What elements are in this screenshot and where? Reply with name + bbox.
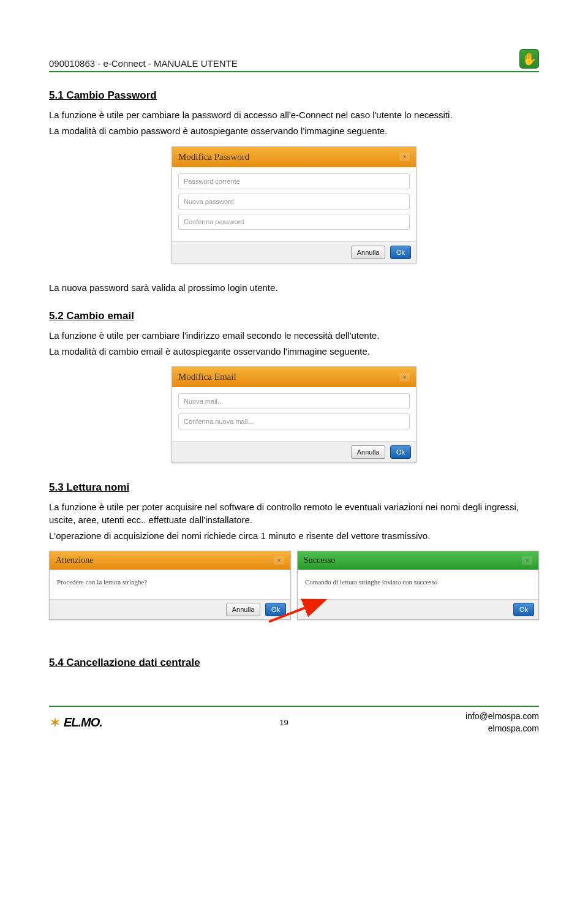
current-password-input[interactable]: [178, 173, 410, 189]
ok-button[interactable]: Ok: [390, 246, 411, 259]
close-icon[interactable]: ×: [399, 153, 410, 161]
dialog-titlebar: Modifica Password ×: [172, 147, 416, 167]
section-5-2-p2: La modalità di cambio email è autospiega…: [49, 345, 539, 358]
section-5-3-heading: 5.3 Lettura nomi: [49, 481, 539, 494]
footer-email: info@elmospa.com: [466, 711, 539, 723]
cancel-button[interactable]: Annulla: [351, 246, 386, 259]
dialog-modifica-email: Modifica Email × Annulla Ok: [172, 366, 417, 463]
cancel-button[interactable]: Annulla: [351, 445, 386, 459]
close-icon[interactable]: ×: [522, 556, 532, 565]
page-number: 19: [279, 718, 288, 727]
section-5-2-heading: 5.2 Cambio email: [49, 310, 539, 322]
elmo-logo: ✶ EL.MO.: [49, 714, 102, 731]
confirm-email-input[interactable]: [178, 413, 410, 429]
dialog-modifica-password: Modifica Password × Annulla Ok: [172, 146, 417, 263]
section-5-1-p1: La funzione è utile per cambiare la pass…: [49, 109, 539, 121]
page-header: 090010863 - e-Connect - MANUALE UTENTE ✋: [49, 49, 539, 72]
hand-icon: ✋: [519, 49, 539, 69]
ok-button[interactable]: Ok: [513, 603, 534, 616]
new-email-input[interactable]: [178, 393, 410, 409]
dialog-titlebar: Modifica Email ×: [172, 367, 416, 387]
page-footer: ✶ EL.MO. 19 info@elmospa.com elmospa.com: [49, 711, 539, 734]
star-icon: ✶: [49, 714, 61, 731]
section-5-1-after: La nuova password sarà valida al prossim…: [49, 282, 539, 294]
dialog-titlebar: Attenzione ×: [50, 551, 290, 570]
dialog-successo: Successo × Comando di lettura stringhe i…: [297, 551, 539, 620]
section-5-1-heading: 5.1 Cambio Password: [49, 89, 539, 102]
confirm-password-input[interactable]: [178, 214, 410, 230]
ok-button[interactable]: Ok: [265, 603, 286, 616]
section-5-4-heading: 5.4 Cancellazione dati centrale: [49, 657, 539, 669]
new-password-input[interactable]: [178, 194, 410, 209]
section-5-3-p2: L'operazione di acquisizione dei nomi ri…: [49, 530, 539, 542]
dialog-attenzione: Attenzione × Procedere con la lettura st…: [49, 551, 291, 620]
dialog-title: Attenzione: [56, 556, 93, 565]
dialog-message: Procedere con la lettura stringhe?: [50, 570, 290, 599]
cancel-button[interactable]: Annulla: [226, 603, 261, 616]
dialog-title: Successo: [304, 556, 335, 565]
dialog-title: Modifica Password: [178, 152, 249, 162]
dialog-title: Modifica Email: [178, 372, 236, 382]
footer-site: elmospa.com: [466, 723, 539, 735]
close-icon[interactable]: ×: [274, 556, 284, 565]
close-icon[interactable]: ×: [399, 373, 410, 382]
dialog-titlebar: Successo ×: [298, 551, 538, 570]
section-5-2-p1: La funzione è utile per cambiare l'indir…: [49, 330, 539, 342]
section-5-1-p2: La modalità di cambio password è autospi…: [49, 125, 539, 137]
ok-button[interactable]: Ok: [390, 445, 411, 459]
header-title: 090010863 - e-Connect - MANUALE UTENTE: [49, 58, 238, 69]
dialog-message: Comando di lettura stringhe inviato con …: [298, 570, 538, 599]
logo-text: EL.MO.: [64, 715, 102, 730]
section-5-3-p1: La funzione è utile per poter acquisire …: [49, 501, 539, 526]
